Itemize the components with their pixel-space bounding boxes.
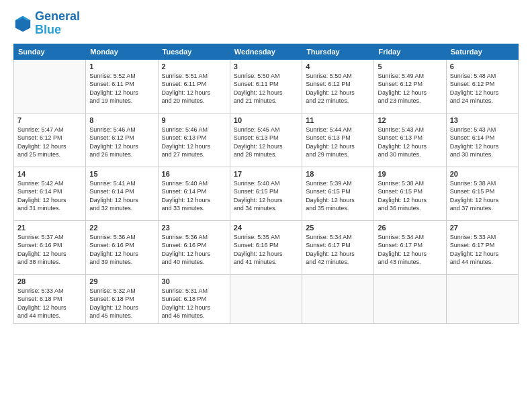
day-number: 11	[306, 116, 370, 124]
day-info: Sunrise: 5:51 AMSunset: 6:11 PMDaylight:…	[162, 72, 226, 105]
day-number: 3	[234, 62, 298, 71]
calendar-table: Sunday Monday Tuesday Wednesday Thursday…	[13, 44, 519, 324]
day-info: Sunrise: 5:32 AMSunset: 6:18 PMDaylight:…	[89, 287, 154, 320]
day-info: Sunrise: 5:52 AMSunset: 6:11 PMDaylight:…	[89, 72, 154, 105]
calendar-cell: 30Sunrise: 5:31 AMSunset: 6:18 PMDayligh…	[158, 274, 230, 323]
day-number: 28	[17, 277, 82, 285]
calendar-cell: 22Sunrise: 5:36 AMSunset: 6:16 PMDayligh…	[86, 220, 158, 274]
weekday-header-row: Sunday Monday Tuesday Wednesday Thursday…	[14, 44, 519, 59]
day-number: 1	[89, 62, 154, 71]
calendar-cell: 14Sunrise: 5:42 AMSunset: 6:14 PMDayligh…	[14, 167, 86, 220]
calendar-cell: 26Sunrise: 5:34 AMSunset: 6:17 PMDayligh…	[374, 220, 446, 274]
calendar-cell	[230, 274, 302, 323]
day-info: Sunrise: 5:37 AMSunset: 6:16 PMDaylight:…	[17, 233, 82, 267]
day-number: 7	[17, 116, 82, 124]
day-info: Sunrise: 5:42 AMSunset: 6:14 PMDaylight:…	[17, 179, 82, 213]
day-info: Sunrise: 5:36 AMSunset: 6:16 PMDaylight:…	[162, 233, 226, 267]
calendar-cell: 17Sunrise: 5:40 AMSunset: 6:15 PMDayligh…	[230, 167, 302, 220]
day-info: Sunrise: 5:38 AMSunset: 6:15 PMDaylight:…	[450, 179, 515, 213]
calendar-cell: 20Sunrise: 5:38 AMSunset: 6:15 PMDayligh…	[446, 167, 518, 220]
header-friday: Friday	[374, 44, 446, 59]
calendar-cell: 1Sunrise: 5:52 AMSunset: 6:11 PMDaylight…	[86, 59, 158, 113]
day-number: 30	[162, 277, 226, 285]
day-info: Sunrise: 5:38 AMSunset: 6:15 PMDaylight:…	[378, 179, 442, 213]
header-monday: Monday	[86, 44, 158, 59]
day-number: 12	[378, 116, 442, 124]
day-number: 26	[378, 224, 442, 232]
day-info: Sunrise: 5:46 AMSunset: 6:13 PMDaylight:…	[162, 126, 226, 159]
calendar-cell: 5Sunrise: 5:49 AMSunset: 6:12 PMDaylight…	[374, 59, 446, 113]
day-info: Sunrise: 5:34 AMSunset: 6:17 PMDaylight:…	[306, 233, 370, 267]
day-info: Sunrise: 5:33 AMSunset: 6:18 PMDaylight:…	[17, 287, 82, 320]
logo-text: General Blue	[35, 10, 80, 37]
day-info: Sunrise: 5:45 AMSunset: 6:13 PMDaylight:…	[234, 126, 298, 159]
calendar-cell	[302, 274, 374, 323]
day-number: 27	[450, 224, 515, 232]
calendar-cell: 29Sunrise: 5:32 AMSunset: 6:18 PMDayligh…	[86, 274, 158, 323]
calendar-cell: 27Sunrise: 5:33 AMSunset: 6:17 PMDayligh…	[446, 220, 518, 274]
calendar-cell: 16Sunrise: 5:40 AMSunset: 6:14 PMDayligh…	[158, 167, 230, 220]
calendar-cell	[446, 274, 518, 323]
header-saturday: Saturday	[446, 44, 518, 59]
day-number: 9	[162, 116, 226, 124]
calendar-cell: 9Sunrise: 5:46 AMSunset: 6:13 PMDaylight…	[158, 113, 230, 167]
day-number: 17	[234, 170, 298, 178]
day-info: Sunrise: 5:43 AMSunset: 6:13 PMDaylight:…	[378, 126, 442, 159]
header-sunday: Sunday	[14, 44, 86, 59]
day-number: 8	[89, 116, 154, 124]
calendar-cell: 23Sunrise: 5:36 AMSunset: 6:16 PMDayligh…	[158, 220, 230, 274]
day-info: Sunrise: 5:43 AMSunset: 6:14 PMDaylight:…	[450, 126, 515, 159]
day-number: 29	[89, 277, 154, 285]
calendar-cell: 8Sunrise: 5:46 AMSunset: 6:12 PMDaylight…	[86, 113, 158, 167]
day-info: Sunrise: 5:47 AMSunset: 6:12 PMDaylight:…	[17, 126, 82, 159]
calendar-cell: 4Sunrise: 5:50 AMSunset: 6:12 PMDaylight…	[302, 59, 374, 113]
day-number: 20	[450, 170, 515, 178]
header-tuesday: Tuesday	[158, 44, 230, 59]
day-info: Sunrise: 5:36 AMSunset: 6:16 PMDaylight:…	[89, 233, 154, 267]
day-info: Sunrise: 5:34 AMSunset: 6:17 PMDaylight:…	[378, 233, 442, 267]
calendar-cell: 6Sunrise: 5:48 AMSunset: 6:12 PMDaylight…	[446, 59, 518, 113]
day-number: 16	[162, 170, 226, 178]
calendar-cell: 21Sunrise: 5:37 AMSunset: 6:16 PMDayligh…	[14, 220, 86, 274]
day-number: 10	[234, 116, 298, 124]
day-number: 13	[450, 116, 515, 124]
day-info: Sunrise: 5:48 AMSunset: 6:12 PMDaylight:…	[450, 72, 515, 105]
calendar-cell: 24Sunrise: 5:35 AMSunset: 6:16 PMDayligh…	[230, 220, 302, 274]
calendar-cell: 2Sunrise: 5:51 AMSunset: 6:11 PMDaylight…	[158, 59, 230, 113]
day-number: 5	[378, 62, 442, 71]
day-number: 6	[450, 62, 515, 71]
svg-marker-0	[15, 16, 30, 32]
calendar-cell: 3Sunrise: 5:50 AMSunset: 6:11 PMDaylight…	[230, 59, 302, 113]
day-info: Sunrise: 5:40 AMSunset: 6:14 PMDaylight:…	[162, 179, 226, 213]
calendar-cell: 18Sunrise: 5:39 AMSunset: 6:15 PMDayligh…	[302, 167, 374, 220]
day-number: 22	[89, 224, 154, 232]
day-number: 14	[17, 170, 82, 178]
calendar-cell: 25Sunrise: 5:34 AMSunset: 6:17 PMDayligh…	[302, 220, 374, 274]
calendar-cell: 15Sunrise: 5:41 AMSunset: 6:14 PMDayligh…	[86, 167, 158, 220]
day-info: Sunrise: 5:31 AMSunset: 6:18 PMDaylight:…	[162, 287, 226, 320]
day-number: 23	[162, 224, 226, 232]
day-info: Sunrise: 5:33 AMSunset: 6:17 PMDaylight:…	[450, 233, 515, 267]
calendar-cell: 7Sunrise: 5:47 AMSunset: 6:12 PMDaylight…	[14, 113, 86, 167]
calendar-cell: 19Sunrise: 5:38 AMSunset: 6:15 PMDayligh…	[374, 167, 446, 220]
calendar-cell: 10Sunrise: 5:45 AMSunset: 6:13 PMDayligh…	[230, 113, 302, 167]
day-number: 21	[17, 224, 82, 232]
calendar-cell: 11Sunrise: 5:44 AMSunset: 6:13 PMDayligh…	[302, 113, 374, 167]
calendar-cell: 28Sunrise: 5:33 AMSunset: 6:18 PMDayligh…	[14, 274, 86, 323]
day-number: 19	[378, 170, 442, 178]
day-info: Sunrise: 5:41 AMSunset: 6:14 PMDaylight:…	[89, 179, 154, 213]
calendar-cell: 13Sunrise: 5:43 AMSunset: 6:14 PMDayligh…	[446, 113, 518, 167]
page: General Blue Sunday Monday Tuesday Wedne…	[0, 0, 532, 411]
logo: General Blue	[13, 10, 80, 37]
calendar-cell: 12Sunrise: 5:43 AMSunset: 6:13 PMDayligh…	[374, 113, 446, 167]
day-info: Sunrise: 5:39 AMSunset: 6:15 PMDaylight:…	[306, 179, 370, 213]
header-thursday: Thursday	[302, 44, 374, 59]
logo-icon	[13, 14, 32, 33]
calendar-cell	[374, 274, 446, 323]
day-info: Sunrise: 5:49 AMSunset: 6:12 PMDaylight:…	[378, 72, 442, 105]
header-wednesday: Wednesday	[230, 44, 302, 59]
day-number: 25	[306, 224, 370, 232]
day-info: Sunrise: 5:50 AMSunset: 6:11 PMDaylight:…	[234, 72, 298, 105]
header: General Blue	[13, 10, 519, 37]
day-info: Sunrise: 5:35 AMSunset: 6:16 PMDaylight:…	[234, 233, 298, 267]
